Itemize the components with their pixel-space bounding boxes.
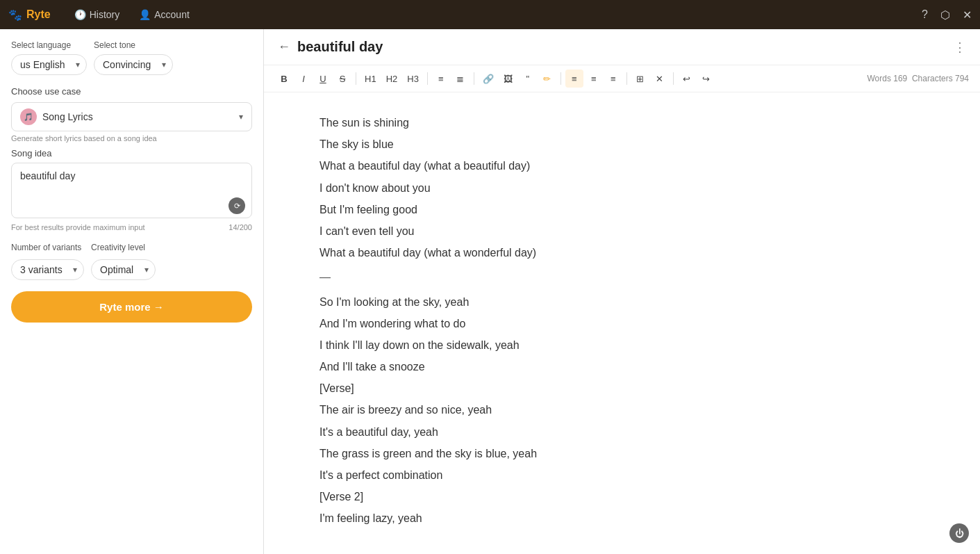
language-select-wrapper[interactable]: us English uk English French Spanish ▾ bbox=[11, 54, 87, 75]
tone-select[interactable]: Convincing Casual Formal bbox=[94, 54, 173, 75]
bold-button[interactable]: B bbox=[275, 70, 293, 88]
undo-button[interactable]: ↩ bbox=[678, 70, 696, 88]
song-idea-section: Song idea beautiful day ⟳ For best resul… bbox=[11, 148, 252, 231]
toolbar-sep-3 bbox=[474, 72, 474, 85]
use-case-hint: Generate short lyrics based on a song id… bbox=[11, 134, 252, 142]
lyrics-line: I don't know about you bbox=[319, 179, 924, 197]
nav-history[interactable]: 🕐 History bbox=[65, 0, 130, 29]
topnav: 🐾 Ryte 🕐 History 👤 Account ? ⬡ ✕ bbox=[0, 0, 980, 29]
song-idea-input[interactable]: beautiful day bbox=[11, 163, 252, 218]
account-icon: 👤 bbox=[139, 9, 151, 20]
nav-history-label: History bbox=[90, 9, 120, 20]
app-name: Ryte bbox=[26, 8, 51, 21]
language-tone-section: Select language us English uk English Fr… bbox=[11, 40, 252, 75]
use-case-label: Choose use case bbox=[11, 86, 252, 97]
variants-row: Number of variants 3 variants 1 variant … bbox=[11, 243, 252, 280]
use-case-chevron-icon: ▾ bbox=[239, 112, 243, 122]
align-center-button[interactable]: ≡ bbox=[585, 70, 603, 88]
nav-account[interactable]: 👤 Account bbox=[129, 0, 199, 29]
ryte-more-button[interactable]: Ryte more → bbox=[11, 291, 252, 323]
toolbar-sep-5 bbox=[626, 72, 627, 85]
use-case-icon: 🎵 bbox=[20, 108, 37, 125]
lyrics-line: It's a beautiful day, yeah bbox=[319, 423, 924, 441]
lyrics-line: I can't even tell you bbox=[319, 222, 924, 241]
lyrics-line: What a beautiful day (what a wonderful d… bbox=[319, 243, 924, 262]
creativity-col: Creativity level Optimal High Low ▾ bbox=[91, 243, 156, 280]
lyrics-line: So I'm looking at the sky, yeah bbox=[319, 293, 924, 311]
logo-icon: 🐾 bbox=[8, 8, 22, 22]
editor-title: beautiful day bbox=[297, 39, 947, 55]
underline-button[interactable]: U bbox=[314, 70, 332, 88]
h3-button[interactable]: H3 bbox=[403, 70, 423, 88]
quote-button[interactable]: " bbox=[519, 70, 537, 88]
variants-select-wrapper[interactable]: 3 variants 1 variant 2 variants ▾ bbox=[11, 259, 84, 280]
strikethrough-button[interactable]: S bbox=[333, 70, 351, 88]
creativity-select-wrapper[interactable]: Optimal High Low ▾ bbox=[91, 259, 156, 280]
lyrics-line: What a beautiful day (what a beautiful d… bbox=[319, 156, 924, 175]
back-button[interactable]: ← bbox=[278, 40, 290, 54]
ordered-list-button[interactable]: ≣ bbox=[451, 70, 470, 88]
external-link-icon[interactable]: ⬡ bbox=[940, 8, 950, 22]
lyrics-line: But I'm feeling good bbox=[319, 200, 924, 219]
creativity-label: Creativity level bbox=[91, 243, 156, 252]
sidebar: Select language us English uk English Fr… bbox=[0, 29, 264, 554]
song-idea-count: 14/200 bbox=[229, 223, 252, 231]
editor-toolbar: B I U S H1 H2 H3 ≡ ≣ 🔗 🖼 " ✏ ≡ ≡ ≡ ⊞ ✕ ↩… bbox=[264, 65, 980, 92]
lyrics-line: The sun is shining bbox=[319, 113, 924, 132]
use-case-value: Song Lyrics bbox=[42, 111, 239, 122]
lyrics-line: I think I'll lay down on the sidewalk, y… bbox=[319, 336, 924, 355]
close-icon[interactable]: ✕ bbox=[963, 8, 972, 22]
lyrics-line: And I'll take a snooze bbox=[319, 357, 924, 376]
lyrics-line: The grass is green and the sky is blue, … bbox=[319, 444, 924, 463]
h2-button[interactable]: H2 bbox=[382, 70, 402, 88]
toolbar-sep-6 bbox=[673, 72, 674, 85]
highlight-button[interactable]: ✏ bbox=[538, 70, 556, 88]
lyrics-line: [Verse] bbox=[319, 379, 924, 398]
use-case-section: Choose use case 🎵 Song Lyrics ▾ Generate… bbox=[11, 86, 252, 142]
align-right-button[interactable]: ≡ bbox=[604, 70, 622, 88]
select-tone-label: Select tone bbox=[94, 40, 173, 50]
lyrics-line: The sky is blue bbox=[319, 135, 924, 154]
align-left-button[interactable]: ≡ bbox=[565, 70, 583, 88]
power-icon[interactable]: ⏻ bbox=[949, 523, 969, 543]
use-case-select[interactable]: 🎵 Song Lyrics ▾ bbox=[11, 102, 252, 131]
select-language-label: Select language bbox=[11, 40, 87, 50]
variants-col: Number of variants 3 variants 1 variant … bbox=[11, 243, 84, 280]
lyrics-line: [Verse 2] bbox=[319, 487, 924, 506]
song-idea-hint: For best results provide maximum input bbox=[11, 223, 145, 231]
h1-button[interactable]: H1 bbox=[360, 70, 381, 88]
lyrics-line: — bbox=[319, 268, 924, 286]
editor-area: ← beautiful day ⋮ B I U S H1 H2 H3 ≡ ≣ 🔗… bbox=[264, 29, 980, 554]
image-button[interactable]: 🖼 bbox=[499, 70, 517, 88]
lyrics-line: It's a perfect combination bbox=[319, 466, 924, 484]
generate-icon[interactable]: ⟳ bbox=[229, 197, 245, 214]
variants-select[interactable]: 3 variants 1 variant 2 variants bbox=[11, 259, 84, 280]
tone-select-wrapper[interactable]: Convincing Casual Formal ▾ bbox=[94, 54, 173, 75]
unordered-list-button[interactable]: ≡ bbox=[432, 70, 450, 88]
creativity-select[interactable]: Optimal High Low bbox=[91, 259, 156, 280]
editor-header: ← beautiful day ⋮ bbox=[264, 29, 980, 65]
language-select[interactable]: us English uk English French Spanish bbox=[11, 54, 87, 75]
clear-format-button[interactable]: ✕ bbox=[651, 70, 669, 88]
table-button[interactable]: ⊞ bbox=[631, 70, 649, 88]
more-options-button[interactable]: ⋮ bbox=[954, 40, 966, 55]
toolbar-sep-4 bbox=[560, 72, 561, 85]
redo-button[interactable]: ↪ bbox=[697, 70, 715, 88]
italic-button[interactable]: I bbox=[294, 70, 313, 88]
lyrics-line: I'm feeling lazy, yeah bbox=[319, 509, 924, 528]
lyrics-line: The air is breezy and so nice, yeah bbox=[319, 400, 924, 419]
main-layout: Select language us English uk English Fr… bbox=[0, 29, 980, 554]
app-logo[interactable]: 🐾 Ryte bbox=[8, 8, 51, 22]
variants-label: Number of variants bbox=[11, 243, 84, 252]
song-idea-textarea-wrapper: beautiful day ⟳ bbox=[11, 163, 252, 221]
editor-content[interactable]: The sun is shiningThe sky is blueWhat a … bbox=[264, 92, 980, 554]
song-idea-label: Song idea bbox=[11, 148, 252, 158]
link-button[interactable]: 🔗 bbox=[479, 70, 498, 88]
nav-account-label: Account bbox=[154, 9, 190, 20]
history-icon: 🕐 bbox=[74, 9, 86, 20]
lyrics-line: And I'm wondering what to do bbox=[319, 314, 924, 333]
toolbar-sep-1 bbox=[356, 72, 356, 85]
toolbar-sep-2 bbox=[427, 72, 428, 85]
word-count: Words 169 Characters 794 bbox=[867, 74, 969, 83]
help-icon[interactable]: ? bbox=[922, 8, 928, 21]
